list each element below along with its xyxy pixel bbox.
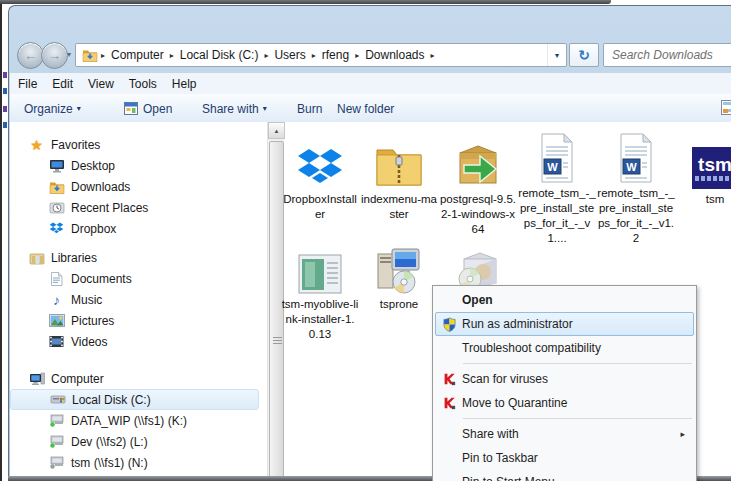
video-icon <box>48 334 65 349</box>
word-document-icon: W <box>597 127 675 183</box>
background-window-top-edge <box>0 0 611 4</box>
dropbox-icon <box>48 221 65 236</box>
address-dropdown-button[interactable]: ▾ <box>547 44 566 66</box>
uac-shield-icon <box>436 317 462 332</box>
network-drive-icon <box>48 413 65 428</box>
file-dropboxinstaller[interactable]: DropboxInstaller <box>281 133 359 222</box>
file-tsm[interactable]: tsm tsm <box>676 133 731 207</box>
breadcrumb-separator-icon: ▸ <box>352 51 362 60</box>
breadcrumb-separator-icon: ▸ <box>98 51 108 60</box>
downloads-folder-icon <box>48 179 65 194</box>
organize-button[interactable]: Organize ▾ <box>24 100 81 117</box>
file-label: DropboxInstaller <box>281 192 359 222</box>
sidebar-item-tsm-drive[interactable]: tsm (\\fs1) (N:) <box>10 452 267 473</box>
search-input[interactable] <box>603 43 731 67</box>
menu-item-share-with[interactable]: Share with ▸ <box>435 422 694 446</box>
sliver-mark <box>3 88 7 94</box>
context-menu: Open Run as administrator Troubleshoot c… <box>432 285 697 481</box>
file-remote-tsm-doc-1[interactable]: W remote_tsm_-_pre_install_steps_for_it_… <box>518 127 596 246</box>
sidebar-item-data-wip-drive[interactable]: DATA_WIP (\\fs1) (K:) <box>10 410 267 431</box>
svg-text:W: W <box>626 161 637 173</box>
file-indexmenu-master[interactable]: indexmenu-master <box>360 133 438 222</box>
menu-item-open[interactable]: Open <box>435 288 694 312</box>
file-label: postgresql-9.5.2-1-windows-x64 <box>439 192 517 237</box>
chevron-down-icon: ▾ <box>67 50 71 59</box>
breadcrumb-separator-icon: ▸ <box>167 51 177 60</box>
dropbox-file-icon <box>281 133 359 189</box>
sidebar-group-favorites[interactable]: ★ Favorites <box>10 134 267 155</box>
history-dropdown-button[interactable]: ▾ <box>67 50 71 59</box>
menu-item-troubleshoot-compatibility[interactable]: Troubleshoot compatibility <box>435 336 694 360</box>
file-label: remote_tsm_-_pre_install_steps_for_it_-_… <box>597 186 675 246</box>
document-icon <box>48 271 65 286</box>
sidebar-item-local-disk-c[interactable]: Local Disk (C:) <box>10 389 259 410</box>
menu-item-move-to-quarantine[interactable]: Move to Quarantine <box>435 391 694 415</box>
refresh-icon: ↻ <box>578 47 590 63</box>
file-tsprone-selected[interactable]: tsprone <box>360 238 438 312</box>
breadcrumb-computer[interactable]: Computer <box>108 46 167 64</box>
chevron-down-icon: ▾ <box>555 51 559 60</box>
sidebar-item-dev-drive[interactable]: Dev (\\fs2) (L:) <box>10 431 267 452</box>
picture-icon <box>48 313 65 328</box>
breadcrumb-separator-icon: ▸ <box>428 51 438 60</box>
file-tsm-myoblive-installer[interactable]: tsm-myoblive-link-installer-1.0.13 <box>281 238 359 342</box>
breadcrumb-local-disk[interactable]: Local Disk (C:) <box>177 46 262 64</box>
open-button[interactable]: Open <box>122 100 172 117</box>
menu-tools[interactable]: Tools <box>129 77 157 91</box>
application-icon <box>281 238 359 294</box>
file-remote-tsm-doc-2[interactable]: W remote_tsm_-_pre_install_steps_for_it_… <box>597 127 675 246</box>
menu-edit[interactable]: Edit <box>52 77 73 91</box>
sidebar-item-pictures[interactable]: Pictures <box>10 310 267 331</box>
menu-item-pin-to-start-menu[interactable]: Pin to Start Menu <box>435 470 694 481</box>
tsm-dots <box>695 176 731 181</box>
sidebar-item-downloads[interactable]: Downloads <box>10 176 267 197</box>
network-drive-icon <box>48 434 65 449</box>
menu-file[interactable]: File <box>18 77 37 91</box>
sliver-mark <box>3 106 7 112</box>
menu-item-run-as-administrator[interactable]: Run as administrator <box>435 312 694 336</box>
file-label: tsm-myoblive-link-installer-1.0.13 <box>281 297 359 342</box>
views-grid-icon <box>723 102 731 105</box>
sidebar-item-documents[interactable]: Documents <box>10 268 267 289</box>
share-with-button[interactable]: Share with ▾ <box>202 100 267 117</box>
sidebar-item-recent-places[interactable]: Recent Places <box>10 197 267 218</box>
menu-item-pin-to-taskbar[interactable]: Pin to Taskbar <box>435 446 694 470</box>
menu-item-scan-for-viruses[interactable]: Scan for viruses <box>435 367 694 391</box>
address-bar[interactable]: ▸ Computer ▸ Local Disk (C:) ▸ Users ▸ r… <box>75 43 567 67</box>
sliver-mark <box>3 122 7 128</box>
sidebar-item-videos[interactable]: Videos <box>10 331 267 352</box>
breadcrumb-separator-icon: ▸ <box>261 51 271 60</box>
recent-places-icon <box>48 200 65 215</box>
forward-button[interactable]: → <box>41 42 68 69</box>
menu-separator <box>463 418 692 419</box>
package-installer-icon <box>439 133 517 189</box>
forward-arrow-icon: → <box>48 48 61 63</box>
file-label: remote_tsm_-_pre_install_steps_for_it_-_… <box>518 186 596 246</box>
change-view-button[interactable] <box>721 100 731 115</box>
sidebar-group-computer[interactable]: Computer <box>10 368 267 389</box>
breadcrumb-downloads[interactable]: Downloads <box>362 46 427 64</box>
refresh-button[interactable]: ↻ <box>569 43 599 67</box>
sidebar-item-desktop[interactable]: Desktop <box>10 155 267 176</box>
sidebar-item-dropbox[interactable]: Dropbox <box>10 218 267 239</box>
burn-button[interactable]: Burn <box>297 100 322 117</box>
libraries-icon <box>28 250 45 265</box>
menu-help[interactable]: Help <box>172 77 197 91</box>
menu-view[interactable]: View <box>88 77 114 91</box>
sidebar-group-libraries[interactable]: Libraries <box>10 247 267 268</box>
file-postgresql-installer[interactable]: postgresql-9.5.2-1-windows-x64 <box>439 133 517 237</box>
breadcrumb-users[interactable]: Users <box>271 46 308 64</box>
local-disk-icon <box>49 392 66 407</box>
scroll-up-icon: ▲ <box>274 128 280 134</box>
sidebar-item-music[interactable]: ♪ Music <box>10 289 267 310</box>
desktop-icon <box>48 158 65 173</box>
svg-text:W: W <box>547 161 558 173</box>
file-label: tsm <box>676 192 731 207</box>
setup-installer-icon <box>360 238 438 294</box>
new-folder-button[interactable]: New folder <box>337 100 394 117</box>
breadcrumb-rfeng[interactable]: rfeng <box>319 46 352 64</box>
back-button[interactable]: ← <box>17 42 44 69</box>
menu-bar: File Edit View Tools Help <box>10 73 731 94</box>
file-label: tsprone <box>360 297 438 312</box>
screen: { "colors": { "aero_top": "#c7daed", "ae… <box>0 0 731 481</box>
